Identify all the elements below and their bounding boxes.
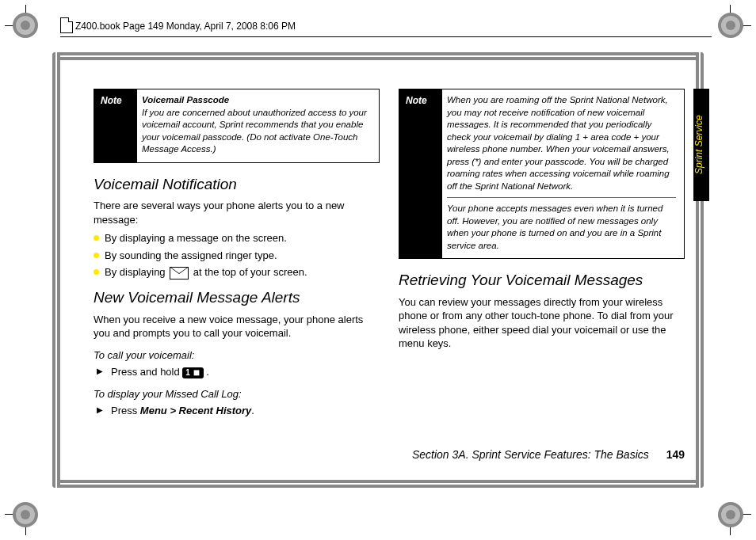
menu-path: Menu > Recent History: [140, 405, 252, 416]
text: Press: [111, 405, 140, 416]
note-text: If you are concerned about unauthorized …: [142, 108, 367, 154]
note-box: Note When you are roaming off the Sprint…: [399, 89, 685, 259]
page-footer: Section 3A. Sprint Service Features: The…: [0, 448, 685, 461]
envelope-icon: [170, 267, 189, 280]
page-content: Note Voicemail Passcode If you are conce…: [94, 89, 685, 465]
note-divider: [447, 197, 676, 198]
note-text: When you are roaming off the Sprint Nati…: [447, 95, 670, 191]
binder-rail: [52, 52, 60, 488]
task-title: To display your Missed Call Log:: [94, 387, 380, 401]
note-box: Note Voicemail Passcode If you are conce…: [94, 89, 380, 163]
text: .: [206, 366, 209, 378]
left-column: Note Voicemail Passcode If you are conce…: [94, 89, 380, 465]
footer-section: Section 3A. Sprint Service Features: The…: [412, 448, 649, 461]
text: at the top of your screen.: [193, 266, 307, 278]
list-item: By sounding the assigned ringer type.: [94, 249, 380, 263]
binder-ring-icon: [718, 502, 743, 527]
heading-voicemail-notification: Voicemail Notification: [94, 174, 380, 195]
list-item: By displaying at the top of your screen.: [94, 265, 380, 280]
running-header: Z400.book Page 149 Monday, April 7, 2008…: [75, 21, 296, 32]
binder-ring-icon: [718, 13, 743, 38]
task-title: To call your voicemail:: [94, 348, 380, 363]
paragraph: There are several ways your phone alerts…: [94, 199, 380, 226]
note-text: Your phone accepts messages even when it…: [447, 203, 662, 250]
paragraph: When you receive a new voice message, yo…: [94, 313, 380, 340]
note-label: Note: [399, 89, 442, 258]
binder-rail: [52, 52, 704, 60]
step: Press and hold 1 ⏹ .: [94, 365, 380, 379]
step: Press Menu > Recent History.: [94, 404, 380, 418]
phone-key-1-icon: 1 ⏹: [182, 367, 203, 378]
binder-ring-icon: [13, 502, 38, 527]
text: Press and hold: [111, 366, 182, 378]
right-column: Note When you are roaming off the Sprint…: [399, 89, 685, 465]
note-body: When you are roaming off the Sprint Nati…: [442, 89, 684, 258]
list-item: By displaying a message on the screen.: [94, 231, 380, 245]
binder-rail: [52, 480, 704, 488]
note-title: Voicemail Passcode: [142, 95, 229, 105]
page-number: 149: [666, 448, 685, 461]
text: By displaying: [105, 266, 168, 278]
section-tab: Sprint Service: [693, 89, 709, 201]
note-label: Note: [94, 89, 137, 162]
binder-ring-icon: [13, 13, 38, 38]
text: .: [251, 405, 254, 416]
header-rule: [60, 36, 712, 37]
heading-retrieving-voicemail: Retrieving Your Voicemail Messages: [399, 270, 685, 291]
heading-new-voicemail-alerts: New Voicemail Message Alerts: [94, 287, 380, 308]
bullet-list: By displaying a message on the screen. B…: [94, 231, 380, 280]
paragraph: You can review your messages directly fr…: [399, 295, 685, 351]
note-body: Voicemail Passcode If you are concerned …: [137, 89, 379, 162]
page-thumb-icon: [60, 17, 73, 33]
